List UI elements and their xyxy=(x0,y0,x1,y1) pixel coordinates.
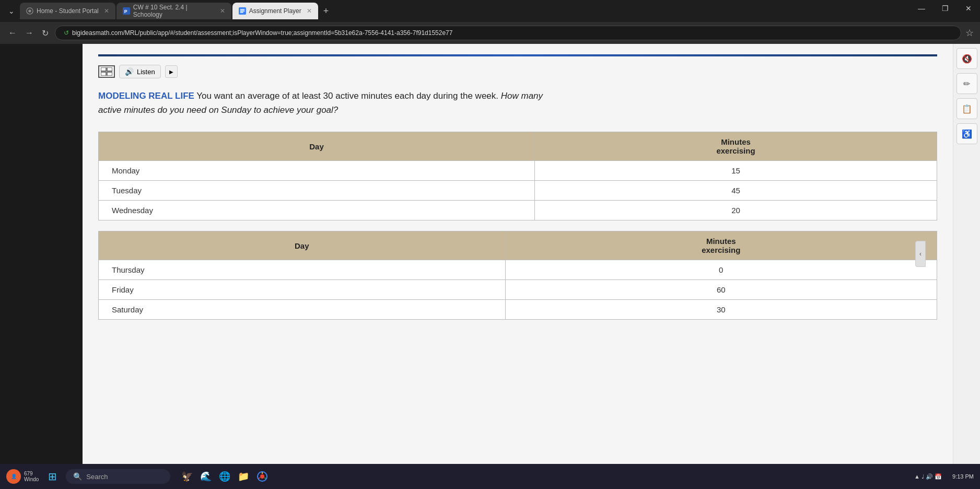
taskbar: 👤 679Windo ⊞ 🔍 Search 🦅 🌊 🌐 📁 ▲ ♩ 🔊 📅 xyxy=(0,464,980,489)
minutes-monday: 15 xyxy=(535,161,937,181)
back-button[interactable]: ← xyxy=(6,26,19,40)
taskbar-apps: 🦅 🌊 🌐 📁 xyxy=(179,468,271,485)
forward-button[interactable]: → xyxy=(23,26,36,40)
table1-header-minutes: Minutesexercising xyxy=(535,132,937,161)
svg-rect-8 xyxy=(101,67,106,71)
windows-icon: ⊞ xyxy=(48,470,57,483)
main-content: 🔊 Listen ▶ MODELING REAL LIFE You want a… xyxy=(83,44,953,464)
tab-schoology[interactable]: P CW # 10 Sect. 2.4 | Schoology ✕ xyxy=(116,3,231,19)
tab-assignment-label: Assignment Player xyxy=(249,7,301,15)
calendar-button[interactable]: 📋 xyxy=(956,98,977,119)
table1-header-day: Day xyxy=(99,132,535,161)
minutes-tuesday: 45 xyxy=(535,181,937,201)
mute-icon: 🔇 xyxy=(962,54,972,64)
table-row: Friday 60 xyxy=(99,280,937,300)
clock: 9:13 PM xyxy=(952,473,974,480)
speaker-icon: 🔊 xyxy=(125,67,134,76)
system-icons: ▲ ♩ 🔊 📅 xyxy=(914,473,942,480)
close-window-button[interactable]: ✕ xyxy=(957,0,980,17)
minutes-saturday: 30 xyxy=(505,300,937,320)
system-tray: ▲ ♩ 🔊 📅 9:13 PM xyxy=(914,473,974,480)
accessibility-button[interactable]: ♿ xyxy=(956,123,977,144)
tab-assignment-close[interactable]: ✕ xyxy=(307,7,312,15)
table-row: Tuesday 45 xyxy=(99,181,937,201)
tab-home[interactable]: Home - Student Portal ✕ xyxy=(20,3,115,19)
exercise-table-1: Day Minutesexercising Monday 15 Tuesday … xyxy=(98,132,937,220)
chevron-left-icon: ‹ xyxy=(919,250,921,258)
start-button[interactable]: ⊞ xyxy=(43,467,62,486)
tab-bar: ⌄ Home - Student Portal ✕ P CW # 10 Sect… xyxy=(0,0,980,22)
taskbar-search[interactable]: 🔍 Search xyxy=(66,469,170,484)
profile-area[interactable]: 👤 679Windo xyxy=(6,469,39,484)
taskbar-icon-4[interactable]: 📁 xyxy=(235,468,252,485)
right-sidebar: 🔇 ✏ 📋 ♿ xyxy=(953,44,980,464)
home-tab-icon xyxy=(26,7,33,15)
top-border xyxy=(98,54,937,56)
minutes-friday: 60 xyxy=(505,280,937,300)
svg-point-1 xyxy=(28,9,31,12)
tab-home-close[interactable]: ✕ xyxy=(104,7,109,15)
tab-dropdown[interactable]: ⌄ xyxy=(4,5,19,17)
svg-rect-10 xyxy=(101,72,106,76)
calendar-icon: 📋 xyxy=(962,104,972,114)
taskbar-icon-2[interactable]: 🌊 xyxy=(197,468,214,485)
listen-button[interactable]: 🔊 Listen xyxy=(119,65,161,78)
grid-icon xyxy=(101,67,112,76)
search-icon: 🔍 xyxy=(73,472,82,481)
taskbar-icon-3[interactable]: 🌐 xyxy=(216,468,233,485)
tables-container: Day Minutesexercising Monday 15 Tuesday … xyxy=(98,132,937,320)
assignment-tab-icon xyxy=(239,7,246,15)
collapse-sidebar-button[interactable]: ‹ xyxy=(915,241,926,267)
modeling-label: MODELING REAL LIFE xyxy=(98,91,194,101)
table2-header-minutes: Minutesexercising xyxy=(505,231,937,260)
listen-icon-box xyxy=(98,65,115,78)
table2-header-day: Day xyxy=(99,231,506,260)
table-row: Thursday 0 xyxy=(99,260,937,280)
day-wednesday: Wednesday xyxy=(99,201,535,220)
svg-rect-5 xyxy=(240,9,244,10)
tab-schoology-close[interactable]: ✕ xyxy=(220,7,225,15)
taskbar-icon-1[interactable]: 🦅 xyxy=(179,468,195,485)
chrome-icon xyxy=(257,471,267,482)
accessibility-icon: ♿ xyxy=(962,129,972,139)
profile-label: 679Windo xyxy=(24,471,39,482)
day-saturday: Saturday xyxy=(99,300,506,320)
taskbar-icon-5[interactable] xyxy=(254,468,271,485)
browser-controls: ← → ↻ ↺ bigideasmath.com/MRL/public/app/… xyxy=(0,22,980,44)
svg-rect-6 xyxy=(240,10,244,11)
play-button[interactable]: ▶ xyxy=(165,65,178,78)
svg-rect-11 xyxy=(107,72,112,76)
window-controls: — ❐ ✕ xyxy=(909,0,980,17)
table-row: Saturday 30 xyxy=(99,300,937,320)
svg-rect-9 xyxy=(107,67,112,71)
svg-point-13 xyxy=(260,474,264,479)
restore-button[interactable]: ❐ xyxy=(934,0,957,17)
time-display: 9:13 PM xyxy=(952,473,974,480)
minutes-thursday: 0 xyxy=(505,260,937,280)
pencil-button[interactable]: ✏ xyxy=(956,73,977,94)
table-row: Wednesday 20 xyxy=(99,201,937,220)
svg-rect-7 xyxy=(240,12,243,13)
reload-button[interactable]: ↻ xyxy=(40,26,51,40)
search-label: Search xyxy=(86,473,108,481)
secure-icon: ↺ xyxy=(64,29,69,37)
bookmark-icon[interactable]: ☆ xyxy=(965,27,974,39)
exercise-table-2: Day Minutesexercising Thursday 0 Friday … xyxy=(98,231,937,320)
question-text: MODELING REAL LIFE You want an average o… xyxy=(98,89,568,117)
tab-home-label: Home - Student Portal xyxy=(37,7,99,15)
svg-text:P: P xyxy=(124,9,127,14)
new-tab-button[interactable]: + xyxy=(319,6,333,17)
listen-bar: 🔊 Listen ▶ xyxy=(98,65,937,78)
question-text-part1: You want an average of at least 30 activ… xyxy=(194,91,498,101)
day-monday: Monday xyxy=(99,161,535,181)
table-row: Monday 15 xyxy=(99,161,937,181)
minimize-button[interactable]: — xyxy=(909,0,934,17)
listen-label: Listen xyxy=(137,68,155,76)
tab-assignment[interactable]: Assignment Player ✕ xyxy=(232,3,318,19)
day-thursday: Thursday xyxy=(99,260,506,280)
tab-schoology-label: CW # 10 Sect. 2.4 | Schoology xyxy=(133,4,215,18)
mute-button[interactable]: 🔇 xyxy=(956,48,977,69)
address-bar[interactable]: ↺ bigideasmath.com/MRL/public/app/#/stud… xyxy=(55,26,961,40)
browser-actions: ☆ xyxy=(965,27,974,39)
minutes-wednesday: 20 xyxy=(535,201,937,220)
